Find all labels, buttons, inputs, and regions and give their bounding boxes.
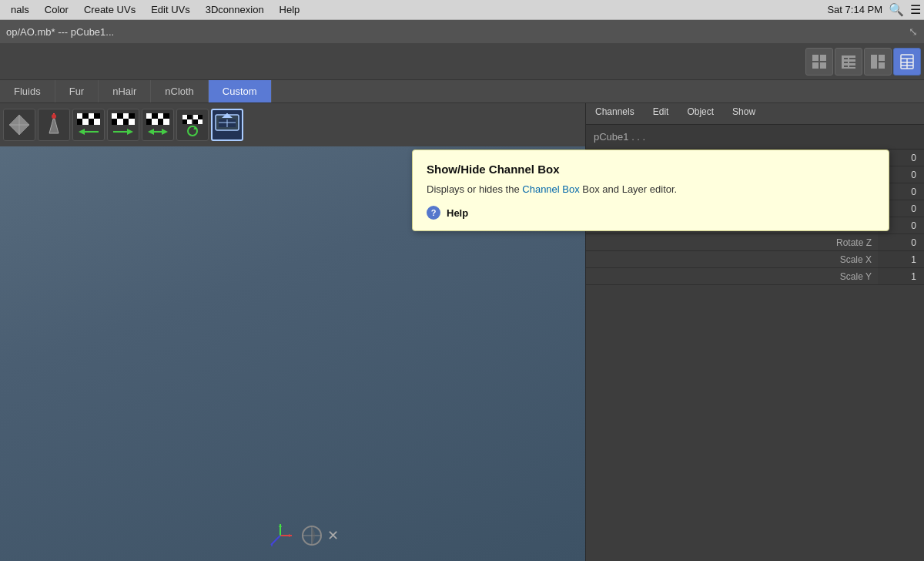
edit-menu[interactable]: Edit [644,103,678,124]
shelf-icon-1[interactable] [3,109,35,141]
shelf-icon-4[interactable] [107,109,139,141]
svg-rect-51 [182,119,187,124]
tooltip-description: Displays or hides the Channel Box Box an… [427,183,875,195]
view-options-icon[interactable]: ✕ [327,527,339,544]
svg-rect-3 [820,62,826,69]
shelf-icon-3[interactable] [72,109,105,141]
tab-fur[interactable]: Fur [55,80,99,102]
svg-rect-55 [198,115,203,119]
channel-box-icon-button[interactable] [893,48,921,76]
channels-menu[interactable]: Channels [586,103,644,124]
grid-icon-button[interactable] [805,48,833,76]
channel-label-scale-y: Scale Y [586,271,878,282]
svg-rect-26 [77,119,82,125]
layout-icon-button[interactable] [864,48,892,76]
svg-point-24 [52,114,56,119]
title-bar: op/AO.mb* --- pCube1... ⤡ [0,20,924,43]
table-icon-button[interactable] [835,48,862,76]
svg-marker-48 [162,129,168,135]
tooltip-title: Show/Hide Channel Box [427,163,875,176]
shelf-icon-6[interactable] [176,109,209,141]
channel-label-rotate-z: Rotate Z [586,237,878,248]
expand-icon[interactable]: ⤡ [909,25,918,38]
tooltip-help[interactable]: ? Help [427,206,875,220]
object-menu[interactable]: Object [678,103,723,124]
svg-rect-1 [820,55,826,61]
shelf-icon-5[interactable] [142,109,174,141]
svg-rect-43 [152,113,158,119]
svg-rect-29 [89,119,94,125]
channel-label-scale-x: Scale X [586,254,878,265]
shelf-icon-2[interactable] [38,109,70,141]
svg-rect-10 [871,55,877,69]
svg-rect-11 [879,55,885,61]
menu-nals[interactable]: nals [3,2,37,17]
tab-ncloth[interactable]: nCloth [151,80,209,102]
channel-value-rotate-z[interactable]: 0 [878,234,924,250]
main-area: ✕ Channels Edit Object Show pCube1 . . .… [0,103,924,561]
svg-rect-34 [112,119,117,125]
tab-custom[interactable]: Custom [209,80,272,102]
shelf-icon-7[interactable] [211,109,243,141]
show-menu[interactable]: Show [723,103,765,124]
shelf-row [0,103,585,146]
toolbar [0,43,924,80]
svg-rect-52 [187,115,192,119]
menu-edit-uvs[interactable]: Edit UVs [143,2,198,17]
nav-tabs: Fluids Fur nHair nCloth Custom [0,80,924,103]
svg-marker-22 [49,116,59,133]
viewport-gizmo: ✕ [264,519,339,552]
channel-box-menu: Channels Edit Object Show [586,103,924,125]
channel-row-scale-x[interactable]: Scale X 1 [586,251,924,268]
svg-rect-35 [117,113,123,119]
menu-create-uvs[interactable]: Create UVs [76,2,143,17]
channel-row-rotate-z[interactable]: Rotate Z 0 [586,234,924,251]
channel-row-scale-y[interactable]: Scale Y 1 [586,268,924,285]
svg-rect-42 [146,119,152,125]
svg-rect-37 [123,119,129,125]
tooltip-highlight: Channel Box [522,183,579,195]
list-icon[interactable]: ☰ [910,2,921,17]
svg-rect-0 [812,55,819,61]
search-icon[interactable]: 🔍 [889,2,904,17]
svg-rect-30 [94,113,100,119]
clock: Sat 7:14 PM [827,4,882,15]
svg-marker-67 [279,524,282,527]
channel-box-object-name: pCube1 . . . [586,125,924,149]
channel-value-scale-y[interactable]: 1 [878,268,924,284]
svg-rect-12 [879,62,885,69]
svg-rect-2 [812,62,819,69]
menu-color[interactable]: Color [37,2,76,17]
svg-rect-38 [129,113,135,119]
help-label[interactable]: Help [447,207,468,219]
tab-fluids[interactable]: Fluids [0,80,55,102]
help-circle-icon: ? [427,206,440,220]
svg-rect-54 [193,119,198,124]
menu-3dconnexion[interactable]: 3Dconnexion [198,2,272,17]
svg-rect-27 [82,113,89,119]
channel-value-scale-x[interactable]: 1 [878,251,924,267]
svg-rect-8 [842,55,844,69]
svg-marker-47 [148,129,154,135]
menu-help[interactable]: Help [272,2,308,17]
svg-rect-9 [848,55,849,69]
tab-nhair[interactable]: nHair [99,80,151,102]
svg-marker-65 [289,534,292,537]
title-bar-text: op/AO.mb* --- pCube1... [6,26,114,38]
menu-bar: nals Color Create UVs Edit UVs 3Dconnexi… [0,0,924,20]
svg-marker-31 [79,129,85,135]
svg-rect-46 [163,113,169,119]
svg-rect-45 [158,119,163,125]
svg-marker-39 [127,129,133,135]
tooltip-popup: Show/Hide Channel Box Displays or hides … [412,149,889,231]
